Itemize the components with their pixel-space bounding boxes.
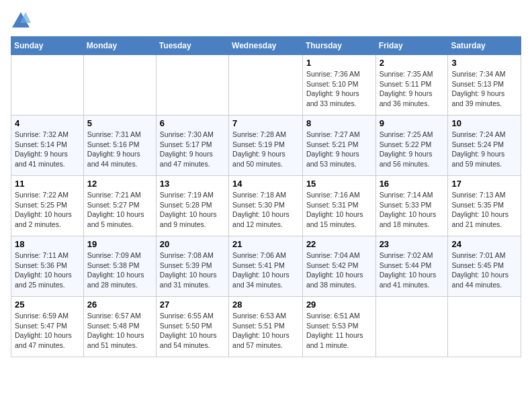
weekday-header-wednesday: Wednesday bbox=[229, 37, 303, 55]
calendar-day-cell: 24Sunrise: 7:01 AM Sunset: 5:45 PM Dayli… bbox=[448, 236, 521, 297]
calendar-day-cell: 7Sunrise: 7:28 AM Sunset: 5:19 PM Daylig… bbox=[229, 116, 303, 176]
day-number: 19 bbox=[87, 239, 152, 249]
day-number: 3 bbox=[451, 58, 517, 68]
empty-day-cell bbox=[156, 55, 228, 116]
calendar-day-cell: 18Sunrise: 7:11 AM Sunset: 5:36 PM Dayli… bbox=[11, 236, 84, 297]
day-info: Sunrise: 7:22 AM Sunset: 5:25 PM Dayligh… bbox=[15, 190, 80, 230]
calendar-week-row: 18Sunrise: 7:11 AM Sunset: 5:36 PM Dayli… bbox=[11, 236, 521, 297]
day-number: 25 bbox=[15, 300, 80, 310]
calendar-day-cell: 4Sunrise: 7:32 AM Sunset: 5:14 PM Daylig… bbox=[11, 116, 84, 176]
calendar-day-cell: 25Sunrise: 6:59 AM Sunset: 5:47 PM Dayli… bbox=[11, 297, 84, 357]
calendar-day-cell: 22Sunrise: 7:04 AM Sunset: 5:42 PM Dayli… bbox=[302, 236, 375, 297]
day-number: 26 bbox=[87, 300, 152, 310]
calendar-day-cell: 1Sunrise: 7:36 AM Sunset: 5:10 PM Daylig… bbox=[302, 55, 375, 116]
calendar-day-cell: 16Sunrise: 7:14 AM Sunset: 5:33 PM Dayli… bbox=[375, 176, 448, 236]
day-number: 1 bbox=[306, 58, 372, 68]
day-number: 8 bbox=[306, 118, 372, 128]
day-info: Sunrise: 7:02 AM Sunset: 5:44 PM Dayligh… bbox=[380, 250, 445, 290]
day-info: Sunrise: 7:36 AM Sunset: 5:10 PM Dayligh… bbox=[306, 69, 372, 109]
day-number: 4 bbox=[15, 118, 80, 128]
day-info: Sunrise: 6:55 AM Sunset: 5:50 PM Dayligh… bbox=[160, 311, 225, 351]
logo-icon bbox=[11, 11, 31, 31]
day-info: Sunrise: 7:35 AM Sunset: 5:11 PM Dayligh… bbox=[380, 69, 445, 109]
calendar-day-cell: 15Sunrise: 7:16 AM Sunset: 5:31 PM Dayli… bbox=[302, 176, 375, 236]
day-info: Sunrise: 7:09 AM Sunset: 5:38 PM Dayligh… bbox=[87, 250, 152, 290]
day-number: 23 bbox=[380, 239, 445, 249]
day-number: 13 bbox=[160, 179, 225, 189]
calendar-day-cell: 14Sunrise: 7:18 AM Sunset: 5:30 PM Dayli… bbox=[229, 176, 303, 236]
empty-day-cell bbox=[375, 297, 448, 357]
calendar-day-cell: 27Sunrise: 6:55 AM Sunset: 5:50 PM Dayli… bbox=[156, 297, 228, 357]
day-info: Sunrise: 7:08 AM Sunset: 5:39 PM Dayligh… bbox=[160, 250, 225, 290]
day-number: 5 bbox=[87, 118, 152, 128]
page-header bbox=[11, 11, 521, 31]
empty-day-cell bbox=[448, 297, 521, 357]
calendar-week-row: 4Sunrise: 7:32 AM Sunset: 5:14 PM Daylig… bbox=[11, 116, 521, 176]
day-info: Sunrise: 7:34 AM Sunset: 5:13 PM Dayligh… bbox=[451, 69, 517, 109]
day-info: Sunrise: 7:14 AM Sunset: 5:33 PM Dayligh… bbox=[380, 190, 445, 230]
day-info: Sunrise: 7:28 AM Sunset: 5:19 PM Dayligh… bbox=[232, 130, 299, 169]
day-info: Sunrise: 7:01 AM Sunset: 5:45 PM Dayligh… bbox=[451, 250, 517, 290]
calendar-day-cell: 6Sunrise: 7:30 AM Sunset: 5:17 PM Daylig… bbox=[156, 116, 228, 176]
calendar-day-cell: 12Sunrise: 7:21 AM Sunset: 5:27 PM Dayli… bbox=[83, 176, 156, 236]
calendar-day-cell: 3Sunrise: 7:34 AM Sunset: 5:13 PM Daylig… bbox=[448, 55, 521, 116]
calendar-week-row: 1Sunrise: 7:36 AM Sunset: 5:10 PM Daylig… bbox=[11, 55, 521, 116]
empty-day-cell bbox=[229, 55, 303, 116]
day-info: Sunrise: 7:04 AM Sunset: 5:42 PM Dayligh… bbox=[306, 250, 372, 290]
weekday-header-thursday: Thursday bbox=[302, 37, 375, 55]
calendar-day-cell: 13Sunrise: 7:19 AM Sunset: 5:28 PM Dayli… bbox=[156, 176, 228, 236]
empty-day-cell bbox=[83, 55, 156, 116]
day-info: Sunrise: 7:24 AM Sunset: 5:24 PM Dayligh… bbox=[451, 130, 517, 169]
day-number: 2 bbox=[380, 58, 445, 68]
weekday-row: SundayMondayTuesdayWednesdayThursdayFrid… bbox=[11, 37, 521, 55]
weekday-header-monday: Monday bbox=[83, 37, 156, 55]
day-info: Sunrise: 7:11 AM Sunset: 5:36 PM Dayligh… bbox=[15, 250, 80, 290]
day-info: Sunrise: 7:21 AM Sunset: 5:27 PM Dayligh… bbox=[87, 190, 152, 230]
day-number: 27 bbox=[160, 300, 225, 310]
day-number: 17 bbox=[451, 179, 517, 189]
calendar-body: 1Sunrise: 7:36 AM Sunset: 5:10 PM Daylig… bbox=[11, 55, 521, 357]
calendar-day-cell: 21Sunrise: 7:06 AM Sunset: 5:41 PM Dayli… bbox=[229, 236, 303, 297]
day-number: 10 bbox=[451, 118, 517, 128]
day-info: Sunrise: 7:16 AM Sunset: 5:31 PM Dayligh… bbox=[306, 190, 372, 230]
calendar-day-cell: 19Sunrise: 7:09 AM Sunset: 5:38 PM Dayli… bbox=[83, 236, 156, 297]
calendar-header: SundayMondayTuesdayWednesdayThursdayFrid… bbox=[11, 37, 521, 55]
day-number: 9 bbox=[380, 118, 445, 128]
day-info: Sunrise: 7:27 AM Sunset: 5:21 PM Dayligh… bbox=[306, 130, 372, 169]
calendar-day-cell: 28Sunrise: 6:53 AM Sunset: 5:51 PM Dayli… bbox=[229, 297, 303, 357]
weekday-header-tuesday: Tuesday bbox=[156, 37, 228, 55]
day-number: 6 bbox=[160, 118, 225, 128]
day-number: 14 bbox=[232, 179, 299, 189]
day-info: Sunrise: 6:51 AM Sunset: 5:53 PM Dayligh… bbox=[306, 311, 372, 351]
calendar-day-cell: 10Sunrise: 7:24 AM Sunset: 5:24 PM Dayli… bbox=[448, 116, 521, 176]
day-info: Sunrise: 7:19 AM Sunset: 5:28 PM Dayligh… bbox=[160, 190, 225, 230]
calendar-table: SundayMondayTuesdayWednesdayThursdayFrid… bbox=[11, 36, 521, 357]
calendar-day-cell: 29Sunrise: 6:51 AM Sunset: 5:53 PM Dayli… bbox=[302, 297, 375, 357]
day-number: 15 bbox=[306, 179, 372, 189]
day-info: Sunrise: 7:18 AM Sunset: 5:30 PM Dayligh… bbox=[232, 190, 299, 230]
calendar-day-cell: 20Sunrise: 7:08 AM Sunset: 5:39 PM Dayli… bbox=[156, 236, 228, 297]
weekday-header-saturday: Saturday bbox=[448, 37, 521, 55]
day-number: 21 bbox=[232, 239, 299, 249]
day-number: 22 bbox=[306, 239, 372, 249]
day-number: 12 bbox=[87, 179, 152, 189]
calendar-week-row: 11Sunrise: 7:22 AM Sunset: 5:25 PM Dayli… bbox=[11, 176, 521, 236]
day-info: Sunrise: 6:57 AM Sunset: 5:48 PM Dayligh… bbox=[87, 311, 152, 351]
day-number: 28 bbox=[232, 300, 299, 310]
calendar-week-row: 25Sunrise: 6:59 AM Sunset: 5:47 PM Dayli… bbox=[11, 297, 521, 357]
day-number: 20 bbox=[160, 239, 225, 249]
day-info: Sunrise: 7:25 AM Sunset: 5:22 PM Dayligh… bbox=[380, 130, 445, 169]
day-info: Sunrise: 7:32 AM Sunset: 5:14 PM Dayligh… bbox=[15, 130, 80, 169]
day-number: 29 bbox=[306, 300, 372, 310]
day-info: Sunrise: 7:31 AM Sunset: 5:16 PM Dayligh… bbox=[87, 130, 152, 169]
day-number: 11 bbox=[15, 179, 80, 189]
day-info: Sunrise: 6:53 AM Sunset: 5:51 PM Dayligh… bbox=[232, 311, 299, 351]
empty-day-cell bbox=[11, 55, 84, 116]
weekday-header-sunday: Sunday bbox=[11, 37, 84, 55]
day-info: Sunrise: 7:06 AM Sunset: 5:41 PM Dayligh… bbox=[232, 250, 299, 290]
calendar-day-cell: 2Sunrise: 7:35 AM Sunset: 5:11 PM Daylig… bbox=[375, 55, 448, 116]
calendar-day-cell: 8Sunrise: 7:27 AM Sunset: 5:21 PM Daylig… bbox=[302, 116, 375, 176]
day-number: 18 bbox=[15, 239, 80, 249]
day-number: 7 bbox=[232, 118, 299, 128]
day-info: Sunrise: 6:59 AM Sunset: 5:47 PM Dayligh… bbox=[15, 311, 80, 351]
